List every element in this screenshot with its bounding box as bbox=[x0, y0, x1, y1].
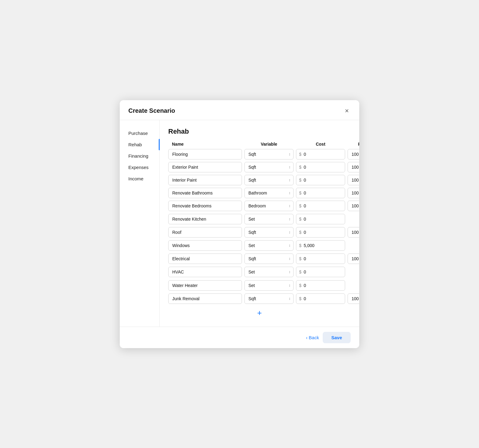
variable-select-wrapper: SqftBathroomBedroomSet↕ bbox=[244, 201, 294, 211]
row-name-input[interactable] bbox=[168, 240, 242, 251]
row-name-input[interactable] bbox=[168, 149, 242, 159]
modal-header: Create Scenario × bbox=[120, 100, 359, 120]
table-row: SqftBathroomBedroomSet↕$%✕ bbox=[168, 188, 351, 198]
cost-input[interactable] bbox=[296, 227, 345, 238]
back-chevron-icon: ‹ bbox=[306, 335, 308, 340]
table-header: Name Variable Cost Percent bbox=[168, 142, 351, 149]
variable-select[interactable]: SqftBathroomBedroomSet bbox=[244, 214, 294, 224]
cost-input[interactable] bbox=[296, 253, 345, 264]
variable-select-wrapper: SqftBathroomBedroomSet↕ bbox=[244, 227, 294, 238]
dollar-icon: $ bbox=[299, 296, 302, 301]
modal-body: PurchaseRehabFinancingExpensesIncome Reh… bbox=[120, 120, 359, 327]
dollar-icon: $ bbox=[299, 191, 302, 195]
percent-input[interactable] bbox=[348, 162, 359, 172]
percent-cell: % bbox=[348, 149, 359, 159]
variable-select[interactable]: SqftBathroomBedroomSet bbox=[244, 201, 294, 211]
create-scenario-modal: Create Scenario × PurchaseRehabFinancing… bbox=[120, 100, 359, 348]
row-name-input[interactable] bbox=[168, 267, 242, 277]
cost-input[interactable] bbox=[296, 201, 345, 211]
percent-input[interactable] bbox=[348, 149, 359, 159]
row-name-input[interactable] bbox=[168, 293, 242, 304]
percent-cell: % bbox=[348, 201, 359, 211]
percent-cell bbox=[348, 240, 359, 251]
cost-input[interactable] bbox=[296, 267, 345, 277]
sidebar-item-expenses[interactable]: Expenses bbox=[128, 162, 159, 173]
row-name-input[interactable] bbox=[168, 214, 242, 224]
col-cost-header: Cost bbox=[296, 142, 345, 147]
table-row: SqftBathroomBedroomSet↕$%✕ bbox=[168, 162, 351, 172]
variable-select[interactable]: SqftBathroomBedroomSet bbox=[244, 175, 294, 185]
sidebar: PurchaseRehabFinancingExpensesIncome bbox=[120, 120, 160, 327]
variable-select[interactable]: SqftBathroomBedroomSet bbox=[244, 227, 294, 238]
variable-select-wrapper: SqftBathroomBedroomSet↕ bbox=[244, 188, 294, 198]
variable-select[interactable]: SqftBathroomBedroomSet bbox=[244, 280, 294, 291]
dollar-icon: $ bbox=[299, 178, 302, 183]
sidebar-item-income[interactable]: Income bbox=[128, 173, 159, 184]
cost-input[interactable] bbox=[296, 162, 345, 172]
sidebar-item-rehab[interactable]: Rehab bbox=[128, 139, 159, 150]
variable-select[interactable]: SqftBathroomBedroomSet bbox=[244, 293, 294, 304]
cost-input[interactable] bbox=[296, 188, 345, 198]
percent-input[interactable] bbox=[348, 175, 359, 185]
variable-select[interactable]: SqftBathroomBedroomSet bbox=[244, 267, 294, 277]
table-row: SqftBathroomBedroomSet↕$%✕ bbox=[168, 201, 351, 211]
cost-input-wrapper: $ bbox=[296, 162, 345, 172]
cost-input[interactable] bbox=[296, 149, 345, 159]
dollar-icon: $ bbox=[299, 230, 302, 235]
section-title: Rehab bbox=[168, 128, 351, 136]
variable-select[interactable]: SqftBathroomBedroomSet bbox=[244, 162, 294, 172]
table-row: SqftBathroomBedroomSet↕$✕ bbox=[168, 266, 351, 277]
dollar-icon: $ bbox=[299, 256, 302, 261]
cost-input-wrapper: $ bbox=[296, 149, 345, 159]
percent-cell: % bbox=[348, 175, 359, 185]
percent-input[interactable] bbox=[348, 188, 359, 198]
cost-input-wrapper: $ bbox=[296, 240, 345, 251]
sidebar-item-purchase[interactable]: Purchase bbox=[128, 128, 159, 139]
modal-title: Create Scenario bbox=[128, 107, 175, 114]
col-percent-header: Percent bbox=[348, 142, 359, 147]
cost-input[interactable] bbox=[296, 280, 345, 291]
cost-input-wrapper: $ bbox=[296, 188, 345, 198]
variable-select[interactable]: SqftBathroomBedroomSet bbox=[244, 240, 294, 251]
variable-select-wrapper: SqftBathroomBedroomSet↕ bbox=[244, 280, 294, 291]
row-name-input[interactable] bbox=[168, 253, 242, 264]
variable-select[interactable]: SqftBathroomBedroomSet bbox=[244, 253, 294, 264]
percent-input[interactable] bbox=[348, 227, 359, 238]
cost-input[interactable] bbox=[296, 293, 345, 304]
percent-cell: % bbox=[348, 227, 359, 238]
table-row: SqftBathroomBedroomSet↕$✕ bbox=[168, 214, 351, 225]
variable-select[interactable]: SqftBathroomBedroomSet bbox=[244, 149, 294, 159]
dollar-icon: $ bbox=[299, 165, 302, 170]
variable-select-wrapper: SqftBathroomBedroomSet↕ bbox=[244, 149, 294, 159]
table-row: SqftBathroomBedroomSet↕$✕ bbox=[168, 280, 351, 291]
back-button[interactable]: ‹ Back bbox=[306, 335, 319, 340]
row-name-input[interactable] bbox=[168, 201, 242, 211]
cost-input[interactable] bbox=[296, 240, 345, 251]
cost-input[interactable] bbox=[296, 175, 345, 185]
table-row: SqftBathroomBedroomSet↕$✕ bbox=[168, 240, 351, 251]
row-name-input[interactable] bbox=[168, 175, 242, 185]
percent-input[interactable] bbox=[348, 201, 359, 211]
cost-input[interactable] bbox=[296, 214, 345, 224]
variable-select-wrapper: SqftBathroomBedroomSet↕ bbox=[244, 253, 294, 264]
cost-input-wrapper: $ bbox=[296, 253, 345, 264]
sidebar-item-financing[interactable]: Financing bbox=[128, 150, 159, 162]
add-row-button[interactable]: + bbox=[257, 309, 262, 317]
back-label: Back bbox=[309, 335, 319, 340]
table-row: SqftBathroomBedroomSet↕$%✕ bbox=[168, 253, 351, 264]
table-row: SqftBathroomBedroomSet↕$%✕ bbox=[168, 149, 351, 159]
variable-select-wrapper: SqftBathroomBedroomSet↕ bbox=[244, 214, 294, 224]
row-name-input[interactable] bbox=[168, 162, 242, 172]
row-name-input[interactable] bbox=[168, 227, 242, 238]
variable-select-wrapper: SqftBathroomBedroomSet↕ bbox=[244, 162, 294, 172]
close-button[interactable]: × bbox=[343, 107, 351, 115]
row-name-input[interactable] bbox=[168, 188, 242, 198]
save-button[interactable]: Save bbox=[323, 332, 351, 343]
row-name-input[interactable] bbox=[168, 280, 242, 291]
percent-input[interactable] bbox=[348, 293, 359, 304]
percent-input[interactable] bbox=[348, 253, 359, 264]
percent-cell: % bbox=[348, 293, 359, 304]
variable-select[interactable]: SqftBathroomBedroomSet bbox=[244, 188, 294, 198]
percent-cell bbox=[348, 214, 359, 225]
cost-input-wrapper: $ bbox=[296, 267, 345, 277]
